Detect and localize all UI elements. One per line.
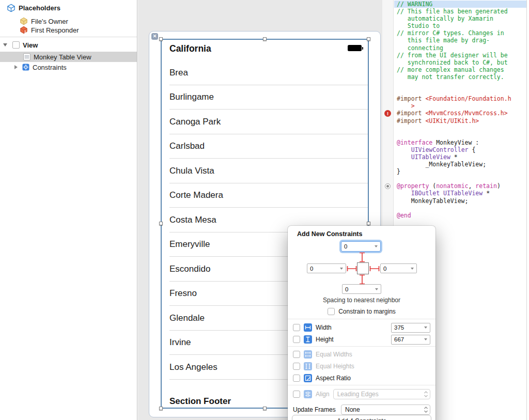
code-line: IBOutlet UITableView * [394, 190, 526, 197]
equal-widths-label: Equal Widths [316, 351, 352, 358]
files-owner-label: File's Owner [31, 18, 68, 25]
dropdown-arrow-icon[interactable] [411, 268, 414, 270]
aspect-ratio-row: Aspect Ratio [293, 372, 430, 384]
spacing-left-field[interactable]: 0 [307, 263, 346, 273]
resize-handle[interactable] [159, 37, 163, 41]
placeholders-cube-icon [7, 4, 15, 12]
table-cell[interactable]: Brea [162, 60, 368, 85]
code-line: @end [394, 212, 526, 219]
view-label: View [23, 41, 38, 49]
sidebar-item-monkey-table-view[interactable]: Monkey Table View [0, 52, 137, 62]
disclosure-down-icon[interactable] [3, 43, 7, 46]
dropdown-arrow-icon[interactable] [424, 326, 427, 329]
table-cell[interactable]: Burlingame [162, 85, 368, 110]
table-cell-label: Burlingame [169, 92, 214, 102]
height-checkbox[interactable] [293, 336, 300, 343]
code-line: // WARNING [394, 1, 526, 8]
dropdown-arrow-icon[interactable] [375, 288, 378, 290]
code-line: @property (nonatomic, retain) [394, 182, 526, 190]
align-label: Align [316, 391, 330, 398]
resize-handle[interactable] [159, 407, 163, 410]
sidebar-divider [0, 37, 137, 37]
code-line [394, 125, 526, 132]
table-view-icon [23, 53, 30, 60]
code-line: // This file has been generated [394, 8, 526, 15]
update-frames-value: None [345, 406, 360, 413]
align-select-value: Leading Edges [337, 391, 379, 398]
code-line: // from the UI designer will be [394, 52, 526, 59]
constrain-to-margins-checkbox[interactable] [328, 308, 335, 315]
equal-heights-row: Equal Heights [293, 361, 430, 372]
popover-divider [288, 385, 435, 385]
dropdown-arrow-icon[interactable] [424, 338, 427, 340]
code-line [394, 175, 526, 182]
code-line: #import <MvvmCross/MvvmCross.h> [394, 110, 526, 117]
width-value-field[interactable]: 375 [391, 323, 430, 333]
code-line: Studio to [394, 22, 526, 29]
table-cell[interactable]: Chula Vista [162, 159, 368, 183]
error-badge-icon[interactable]: ! [384, 110, 391, 117]
code-line: } [394, 168, 526, 175]
update-frames-select[interactable]: None [341, 405, 430, 415]
document-outline: Placeholders File's Owner 1 First Respon… [0, 0, 137, 420]
dropdown-arrow-icon[interactable] [375, 245, 378, 247]
code-line: // more complex manual changes [394, 66, 526, 73]
sidebar-item-constraints[interactable]: Constraints [0, 62, 137, 72]
code-line: UITableView * [394, 153, 526, 161]
constraint-ibeam-left[interactable] [347, 265, 357, 275]
dropdown-arrow-icon[interactable] [340, 268, 343, 270]
spacing-bottom-value: 0 [345, 286, 348, 292]
section-header: California [169, 43, 211, 54]
equal-heights-icon [304, 362, 312, 370]
height-value-field[interactable]: 667 [391, 335, 430, 345]
resize-handle[interactable] [159, 222, 163, 225]
code-line: // mirror C# types. Changes in [394, 29, 526, 37]
resize-handle[interactable] [263, 407, 267, 410]
table-cell-label: Glendale [169, 313, 205, 323]
align-checkbox[interactable] [293, 391, 300, 398]
constraint-ibeam-right[interactable] [369, 265, 380, 275]
resize-handle[interactable] [367, 37, 370, 41]
sidebar-item-placeholders[interactable]: Placeholders [0, 3, 137, 13]
table-cell-label: Corte Madera [169, 190, 223, 200]
spacing-right-field[interactable]: 0 [380, 263, 417, 273]
sidebar-item-view[interactable]: View [0, 40, 137, 50]
height-row: Height 667 [293, 334, 430, 345]
spacing-right-value: 0 [383, 266, 386, 272]
update-frames-label: Update Frames [293, 406, 336, 413]
aspect-ratio-checkbox[interactable] [293, 375, 300, 382]
equal-heights-checkbox[interactable] [293, 363, 300, 370]
align-select[interactable]: Leading Edges [333, 389, 430, 399]
outlet-connection-icon[interactable] [385, 183, 391, 189]
constrain-to-margins-label: Constrain to margins [338, 308, 396, 315]
add-constraints-button[interactable]: Add 4 Constraints [292, 415, 431, 420]
sidebar-item-first-responder[interactable]: 1 First Responder [0, 25, 137, 35]
popover-divider [288, 346, 435, 347]
table-cell[interactable]: Carlsbad [162, 134, 368, 159]
section-footer: Section Footer [169, 396, 231, 407]
popover-title: Add New Constraints [297, 230, 362, 238]
code-line: #import <UIKit/UIKit.h> [394, 117, 526, 125]
code-line: _MonkeyTableView; [394, 161, 526, 168]
table-cell[interactable]: Corte Madera [162, 183, 368, 208]
code-line [394, 205, 526, 212]
spacing-top-field[interactable]: 0 [341, 241, 381, 252]
resize-handle[interactable] [263, 37, 267, 41]
code-line: automatically by Xamarin [394, 15, 526, 22]
align-icon [304, 390, 312, 398]
resize-handle[interactable] [367, 222, 370, 225]
spacing-caption: Spacing to nearest neighbor [288, 297, 435, 304]
table-cell-label: Irvine [169, 337, 191, 348]
code-line: MonkeyTableView; [394, 197, 526, 205]
spacing-bottom-field[interactable]: 0 [342, 284, 381, 294]
table-cell[interactable]: Canoga Park [162, 110, 368, 134]
code-line: connecting [394, 44, 526, 52]
files-owner-cube-icon [20, 17, 28, 25]
view-icon [12, 41, 20, 49]
popup-chevrons-icon [422, 391, 430, 398]
close-icon[interactable]: ✕ [151, 33, 158, 40]
disclosure-right-icon[interactable] [14, 65, 18, 69]
equal-widths-checkbox[interactable] [293, 351, 300, 358]
width-checkbox[interactable] [293, 324, 300, 331]
pin-view-square [357, 262, 369, 274]
